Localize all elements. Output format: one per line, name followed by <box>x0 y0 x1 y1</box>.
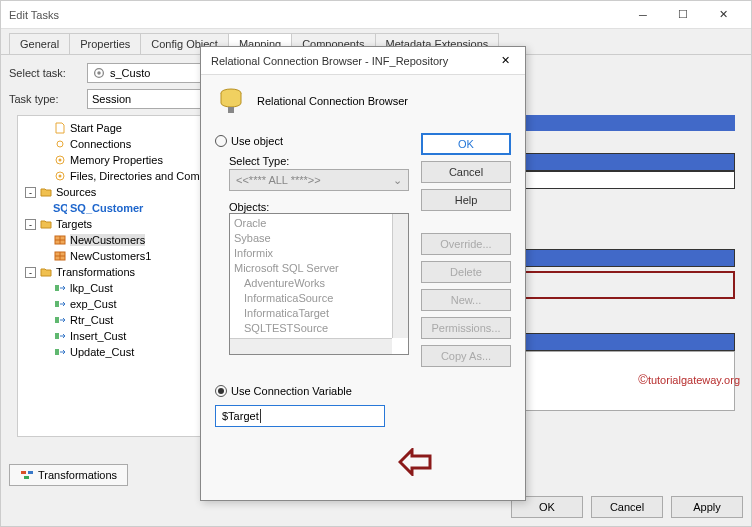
tree-item-newcustomers1[interactable]: NewCustomers1 <box>22 248 202 264</box>
link-icon <box>53 137 67 151</box>
task-type-value: Session <box>92 93 131 105</box>
database-icon <box>215 85 247 117</box>
tree-item-insert-cust[interactable]: Insert_Cust <box>22 328 202 344</box>
tree-label: Rtr_Cust <box>70 314 113 326</box>
modal-copyas-button[interactable]: Copy As... <box>421 345 511 367</box>
tree-toggle-icon[interactable]: - <box>25 219 36 230</box>
tree-item-newcustomers[interactable]: NewCustomers <box>22 232 202 248</box>
tree-label: Insert_Cust <box>70 330 126 342</box>
tree-item-sources[interactable]: -Sources <box>22 184 202 200</box>
tree-item-files-directories-and-com[interactable]: Files, Directories and Com <box>22 168 202 184</box>
svg-rect-15 <box>28 471 33 474</box>
tree-panel[interactable]: Start PageConnectionsMemory PropertiesFi… <box>17 115 207 437</box>
gear-icon <box>53 169 67 183</box>
tree-item-memory-properties[interactable]: Memory Properties <box>22 152 202 168</box>
svg-rect-11 <box>55 317 59 323</box>
select-type-dropdown[interactable]: <<**** ALL ****>> ⌄ <box>229 169 409 191</box>
modal-close-button[interactable]: ✕ <box>495 54 515 67</box>
svg-rect-10 <box>55 301 59 307</box>
svg-rect-18 <box>228 107 234 113</box>
folder-icon <box>39 217 53 231</box>
tree-item-exp-cust[interactable]: exp_Cust <box>22 296 202 312</box>
connection-browser-dialog: Relational Connection Browser - INF_Repo… <box>200 46 526 501</box>
dialog-buttons: OK Cancel Apply <box>503 488 751 526</box>
tree-label: NewCustomers <box>70 234 145 246</box>
modal-override-button[interactable]: Override... <box>421 233 511 255</box>
tree-label: Start Page <box>70 122 122 134</box>
titlebar: Edit Tasks ─ ☐ ✕ <box>1 1 751 29</box>
tree-label: SQ_Customer <box>70 202 143 214</box>
transformations-tab[interactable]: Transformations <box>9 464 128 486</box>
task-icon <box>92 66 106 80</box>
use-conn-var-label: Use Connection Variable <box>231 385 352 397</box>
object-item[interactable]: Informix <box>232 246 406 261</box>
modal-new-button[interactable]: New... <box>421 289 511 311</box>
objects-label: Objects: <box>215 201 409 213</box>
modal-help-button[interactable]: Help <box>421 189 511 211</box>
horizontal-scrollbar[interactable] <box>230 338 392 354</box>
modal-ok-button[interactable]: OK <box>421 133 511 155</box>
tree-label: exp_Cust <box>70 298 116 310</box>
tree-item-rtr-cust[interactable]: Rtr_Cust <box>22 312 202 328</box>
maximize-button[interactable]: ☐ <box>663 2 703 28</box>
tree-toggle-icon[interactable]: - <box>25 267 36 278</box>
tree-toggle-icon[interactable]: - <box>25 187 36 198</box>
object-item[interactable]: Microsoft SQL Server <box>232 261 406 276</box>
svg-rect-9 <box>55 285 59 291</box>
tree-label: NewCustomers1 <box>70 250 151 262</box>
apply-button[interactable]: Apply <box>671 496 743 518</box>
watermark: ©tutorialgateway.org <box>638 372 740 387</box>
close-button[interactable]: ✕ <box>703 2 743 28</box>
chevron-down-icon: ⌄ <box>393 174 402 187</box>
vertical-scrollbar[interactable] <box>392 214 408 338</box>
use-object-radio[interactable]: Use object <box>215 135 409 147</box>
tx-icon <box>53 345 67 359</box>
modal-cancel-button[interactable]: Cancel <box>421 161 511 183</box>
conn-var-input[interactable]: $Target <box>215 405 385 427</box>
use-object-label: Use object <box>231 135 283 147</box>
object-item[interactable]: InformaticaTarget <box>232 306 406 321</box>
tree-label: Transformations <box>56 266 135 278</box>
select-type-label: Select Type: <box>215 155 409 167</box>
minimize-button[interactable]: ─ <box>623 2 663 28</box>
tree-label: Sources <box>56 186 96 198</box>
radio-icon <box>215 135 227 147</box>
tree-label: Update_Cust <box>70 346 134 358</box>
tree-item-transformations[interactable]: -Transformations <box>22 264 202 280</box>
folder-icon <box>39 185 53 199</box>
task-type-label: Task type: <box>9 93 79 105</box>
select-task-value: s_Custo <box>110 67 150 79</box>
tab-general[interactable]: General <box>9 33 70 54</box>
page-icon <box>53 121 67 135</box>
modal-permissions-button[interactable]: Permissions... <box>421 317 511 339</box>
arrow-indicator-icon <box>398 448 432 476</box>
object-item[interactable]: InformaticaSource <box>232 291 406 306</box>
transformations-tab-label: Transformations <box>38 469 117 481</box>
tree-label: Targets <box>56 218 92 230</box>
tx-icon <box>53 281 67 295</box>
tree-label: lkp_Cust <box>70 282 113 294</box>
tree-item-lkp-cust[interactable]: lkp_Cust <box>22 280 202 296</box>
cancel-button[interactable]: Cancel <box>591 496 663 518</box>
tree-item-connections[interactable]: Connections <box>22 136 202 152</box>
tree-item-start-page[interactable]: Start Page <box>22 120 202 136</box>
use-conn-var-radio[interactable]: Use Connection Variable <box>215 385 511 397</box>
object-item[interactable]: Oracle <box>232 216 406 231</box>
text-cursor <box>260 409 261 423</box>
tree-item-targets[interactable]: -Targets <box>22 216 202 232</box>
modal-delete-button[interactable]: Delete <box>421 261 511 283</box>
object-item[interactable]: AdventureWorks <box>232 276 406 291</box>
tree-label: Files, Directories and Com <box>70 170 200 182</box>
tree-item-update-cust[interactable]: Update_Cust <box>22 344 202 360</box>
tx-icon <box>53 313 67 327</box>
tree-item-sq-customer[interactable]: SQSQ_Customer <box>22 200 202 216</box>
objects-listbox[interactable]: OracleSybaseInformixMicrosoft SQL Server… <box>229 213 409 355</box>
object-item[interactable]: SQLTESTSource <box>232 321 406 336</box>
svg-text:SQ: SQ <box>53 202 67 214</box>
object-item[interactable]: Sybase <box>232 231 406 246</box>
transformations-icon <box>20 468 34 482</box>
tab-properties[interactable]: Properties <box>69 33 141 54</box>
svg-rect-14 <box>21 471 26 474</box>
tree-label: Memory Properties <box>70 154 163 166</box>
radio-selected-icon <box>215 385 227 397</box>
